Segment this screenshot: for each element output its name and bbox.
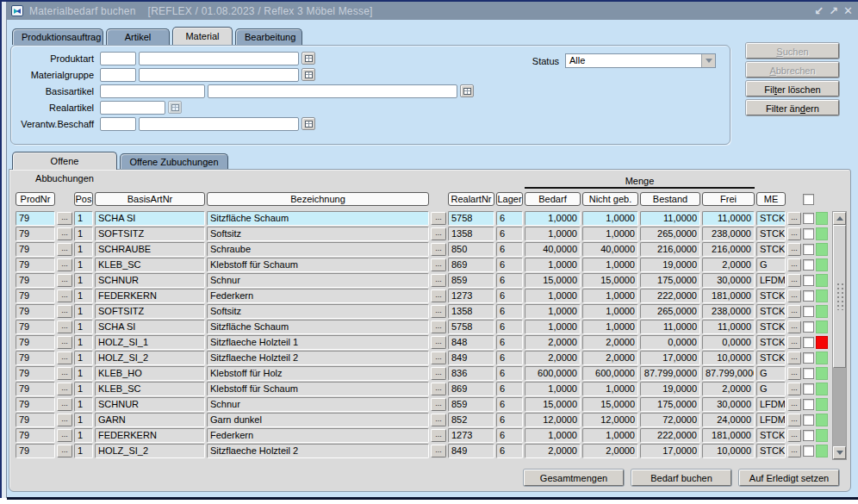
cell-prodnr[interactable]: 79 [16,444,55,458]
row-checkbox[interactable] [803,321,814,333]
cell-bedarf[interactable]: 1,0000 [525,211,581,226]
cell-prodnr[interactable]: 79 [16,397,55,412]
artikel-lookup-button[interactable]: ... [431,383,446,395]
cell-basisartnr[interactable]: KLEB_SC [95,382,205,396]
cell-bedarf[interactable]: 1,0000 [525,382,581,396]
row-detail-button[interactable]: ... [787,258,801,271]
cell-pos[interactable]: 1 [74,289,93,303]
cell-basisartnr[interactable]: SCHNUR [95,273,205,288]
cell-realartnr[interactable]: 869 [448,382,494,396]
cell-prodnr[interactable]: 79 [16,413,55,427]
bedarf-buchen-button[interactable]: Bedarf buchen [631,470,731,486]
cell-pos[interactable]: 1 [74,444,93,458]
tab-material[interactable]: Material [172,27,233,45]
cell-nicht-geb[interactable]: 1,0000 [582,304,638,319]
cell-bestand[interactable]: 222,0000 [640,428,700,443]
cell-nicht-geb[interactable]: 1,0000 [582,227,638,241]
cell-prodnr[interactable]: 79 [16,351,55,365]
filter-ändern-button[interactable]: Filter ändern [746,100,839,115]
cell-bestand[interactable]: 72,0000 [640,413,700,427]
row-checkbox[interactable] [803,368,814,379]
table-row[interactable]: 79 ... 1 KLEB_SC Klebstoff für Schaum ..… [16,258,856,272]
cell-pos[interactable]: 1 [74,351,93,365]
cell-lager[interactable]: 6 [496,397,523,412]
cell-me[interactable]: LFDM [756,397,786,412]
scrollbar-thumb[interactable] [833,225,846,368]
row-detail-button[interactable]: ... [787,227,801,240]
cell-bezeichnung[interactable]: Sitzflaeche Holzteil 2 [207,351,429,365]
cell-frei[interactable]: 181,0000 [702,428,755,443]
gesamtmengen-button[interactable]: Gesamtmengen [524,470,624,486]
col-header-bezeichnung[interactable]: Bezeichnung [207,192,429,206]
row-detail-button[interactable]: ... [787,398,801,411]
cell-bezeichnung[interactable]: Softsitz [207,227,429,241]
realartikel-browse-button[interactable] [168,101,182,114]
cell-lager[interactable]: 6 [496,258,523,272]
status-dropdown[interactable]: Alle [565,53,716,68]
artikel-lookup-button[interactable]: ... [431,274,446,287]
materialgruppe-code-input[interactable] [100,68,136,82]
cell-prodnr[interactable]: 79 [16,335,55,350]
scrollbar-track-lower[interactable] [833,368,846,448]
cell-prodnr[interactable]: 79 [16,242,55,257]
row-detail-button[interactable]: ... [787,367,801,380]
cell-bedarf[interactable]: 15,0000 [525,397,581,412]
cell-bezeichnung[interactable]: Schnur [207,397,429,412]
table-row[interactable]: 79 ... 1 FEDERKERN Federkern ... 1273 6 … [16,289,856,303]
cell-nicht-geb[interactable]: 600,0000 [582,366,638,381]
prodnr-lookup-button[interactable]: ... [57,305,72,318]
cell-nicht-geb[interactable]: 2,0000 [582,351,638,365]
col-header-basisartnr[interactable]: BasisArtNr [95,192,205,206]
cell-frei[interactable]: 87.799,0000 [702,366,755,381]
cell-realartnr[interactable]: 859 [448,273,494,288]
maximize-icon[interactable]: ↗ [829,5,838,17]
verantw-beschaff-browse-button[interactable] [302,117,315,130]
cell-basisartnr[interactable]: KLEB_SC [95,258,205,272]
cell-prodnr[interactable]: 79 [16,428,55,443]
cell-lager[interactable]: 6 [496,413,523,427]
prodnr-lookup-button[interactable]: ... [57,227,72,240]
abbrechen-button[interactable]: Abbrechen [746,62,839,78]
table-row[interactable]: 79 ... 1 HOLZ_SI_1 Sitzflaeche Holzteil … [16,335,856,350]
cell-realartnr[interactable]: 5758 [448,211,494,226]
row-detail-button[interactable]: ... [787,383,801,395]
row-checkbox[interactable] [803,244,814,255]
auf-erledigt-setzen-button[interactable]: Auf Erledigt setzen [739,470,839,486]
row-checkbox[interactable] [803,399,814,410]
cell-me[interactable]: STCK [756,335,786,350]
cell-bestand[interactable]: 11,0000 [640,320,700,334]
cell-bestand[interactable]: 19,0000 [640,258,700,272]
cell-pos[interactable]: 1 [74,413,93,427]
tab-produktionsauftrag[interactable]: Produktionsauftrag [12,28,103,45]
cell-pos[interactable]: 1 [74,320,93,334]
cell-bedarf[interactable]: 12,0000 [525,413,581,427]
prodnr-lookup-button[interactable]: ... [57,383,72,395]
artikel-lookup-button[interactable]: ... [431,445,446,457]
prodnr-lookup-button[interactable]: ... [57,274,72,287]
prodnr-lookup-button[interactable]: ... [57,243,72,256]
cell-basisartnr[interactable]: SCHA SI [95,320,205,334]
cell-frei[interactable]: 181,0000 [702,289,755,303]
cell-nicht-geb[interactable]: 2,0000 [582,335,638,350]
col-header-nicht-geb[interactable]: Nicht geb. [582,192,638,206]
cell-bestand[interactable]: 175,0000 [640,273,700,288]
cell-bezeichnung[interactable]: Klebstoff für Schaum [207,258,429,272]
row-checkbox[interactable] [803,306,814,317]
cell-me[interactable]: STCK [756,242,786,257]
cell-prodnr[interactable]: 79 [16,227,55,241]
row-detail-button[interactable]: ... [787,243,801,256]
cell-nicht-geb[interactable]: 1,0000 [582,289,638,303]
row-checkbox[interactable] [803,290,814,302]
cell-prodnr[interactable]: 79 [16,211,55,226]
row-detail-button[interactable]: ... [787,274,801,287]
cell-pos[interactable]: 1 [74,382,93,396]
cell-prodnr[interactable]: 79 [16,258,55,272]
artikel-lookup-button[interactable]: ... [431,227,446,240]
cell-bezeichnung[interactable]: Garn dunkel [207,413,429,427]
cell-me[interactable]: STCK [756,211,786,226]
row-checkbox[interactable] [803,445,814,457]
artikel-lookup-button[interactable]: ... [431,212,446,225]
cell-me[interactable]: G [756,258,786,272]
subtab-offene-zubuchungen[interactable]: Offene Zubuchungen [120,153,228,170]
cell-basisartnr[interactable]: KLEB_HO [95,366,205,381]
